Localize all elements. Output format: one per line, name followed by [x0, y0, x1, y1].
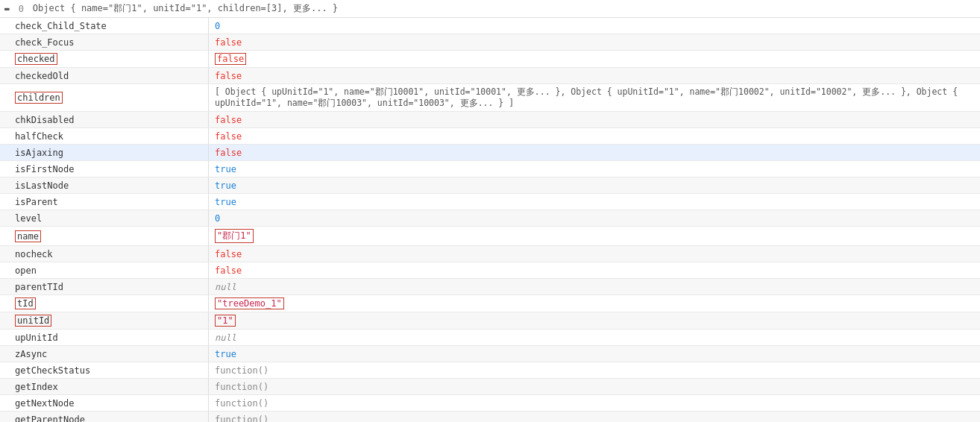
rows-container: check_Child_State0check_Focusfalsechecke… — [0, 18, 980, 422]
property-value: function() — [209, 412, 980, 422]
property-value: function() — [209, 395, 980, 411]
property-value: true — [209, 161, 980, 177]
property-value: null — [209, 279, 980, 295]
plain-value: true — [215, 164, 236, 174]
table-row: unitId"1" — [0, 312, 980, 330]
table-row: checkedfalse — [0, 51, 980, 68]
property-value: false — [209, 68, 980, 84]
property-key: parentTId — [0, 279, 209, 295]
outlined-key: tId — [15, 297, 36, 309]
property-value: false — [209, 112, 980, 127]
property-value: "treeDemo_1" — [209, 295, 980, 312]
property-key: name — [0, 227, 209, 245]
property-value: false — [209, 262, 980, 278]
property-key: upUnitId — [0, 330, 209, 345]
plain-value: true — [215, 349, 236, 359]
table-row: children[ Object { upUnitId="1", name="郡… — [0, 84, 980, 112]
property-value: [ Object { upUnitId="1", name="郡门10001",… — [209, 84, 980, 111]
outlined-key: name — [15, 230, 41, 242]
property-value: 0 — [209, 18, 980, 34]
header-row: ▬ 0 Object { name="郡门1", unitId="1", chi… — [0, 0, 980, 18]
property-key: isLastNode — [0, 177, 209, 193]
property-key: tId — [0, 295, 209, 312]
plain-value: true — [215, 197, 236, 207]
outlined-value: "郡门1" — [217, 230, 251, 242]
table-row: upUnitIdnull — [0, 330, 980, 346]
plain-value: false — [215, 71, 242, 81]
property-value: "1" — [209, 312, 980, 329]
tree-inspector: ▬ 0 Object { name="郡门1", unitId="1", chi… — [0, 0, 980, 422]
property-key: getParentNode — [0, 412, 209, 422]
property-value: function() — [209, 362, 980, 378]
plain-value: 0 — [215, 213, 220, 224]
plain-value: function() — [215, 365, 268, 376]
property-value: 0 — [209, 210, 980, 226]
table-row: getNextNodefunction() — [0, 395, 980, 412]
table-row: check_Focusfalse — [0, 34, 980, 51]
property-key: unitId — [0, 312, 209, 329]
plain-value: function() — [215, 415, 268, 423]
table-row: isFirstNodetrue — [0, 161, 980, 177]
plain-value: false — [215, 37, 242, 48]
table-row: name"郡门1" — [0, 227, 980, 246]
outlined-value: false — [217, 54, 244, 64]
table-row: isParenttrue — [0, 194, 980, 210]
table-row: zAsynctrue — [0, 346, 980, 362]
plain-value: null — [215, 282, 236, 292]
property-key: open — [0, 262, 209, 278]
property-key: checkedOld — [0, 68, 209, 84]
property-value: true — [209, 346, 980, 362]
property-value: true — [209, 194, 980, 210]
table-row: nocheckfalse — [0, 246, 980, 262]
property-key: zAsync — [0, 346, 209, 362]
property-key: children — [0, 84, 209, 111]
table-row: checkedOldfalse — [0, 68, 980, 84]
property-value: false — [209, 51, 980, 67]
property-value: "郡门1" — [209, 227, 980, 245]
table-row: tId"treeDemo_1" — [0, 295, 980, 312]
property-key: getIndex — [0, 379, 209, 394]
table-row: getIndexfunction() — [0, 379, 980, 395]
toggle-icon[interactable]: ▬ — [4, 4, 10, 13]
table-row: getParentNodefunction() — [0, 412, 980, 422]
object-preview: Object { name="郡门1", unitId="1", childre… — [33, 2, 338, 15]
table-row: halfCheckfalse — [0, 128, 980, 145]
table-row: level0 — [0, 210, 980, 227]
plain-value: false — [215, 148, 242, 158]
property-key: chkDisabled — [0, 112, 209, 127]
property-key: checked — [0, 51, 209, 67]
table-row: isLastNodetrue — [0, 177, 980, 194]
property-value: false — [209, 128, 980, 144]
property-key: check_Focus — [0, 34, 209, 50]
property-value: false — [209, 145, 980, 160]
property-key: isAjaxing — [0, 145, 209, 160]
property-key: getCheckStatus — [0, 362, 209, 378]
index-number: 0 — [19, 4, 24, 14]
table-row: parentTIdnull — [0, 279, 980, 295]
property-key: halfCheck — [0, 128, 209, 144]
property-key: getNextNode — [0, 395, 209, 411]
outlined-key: unitId — [15, 315, 51, 327]
plain-value: false — [215, 249, 242, 259]
outlined-value: "1" — [217, 315, 233, 326]
outlined-value: "treeDemo_1" — [217, 298, 282, 309]
property-value: null — [209, 330, 980, 345]
plain-value: true — [215, 180, 236, 191]
property-key: isParent — [0, 194, 209, 210]
outlined-key: children — [15, 92, 63, 104]
property-value: false — [209, 34, 980, 50]
property-value: false — [209, 246, 980, 262]
outlined-key: checked — [15, 53, 57, 65]
table-row: isAjaxingfalse — [0, 145, 980, 161]
plain-value: false — [215, 265, 242, 276]
property-value: function() — [209, 379, 980, 394]
plain-value: false — [215, 131, 242, 142]
table-row: check_Child_State0 — [0, 18, 980, 34]
property-value: true — [209, 177, 980, 193]
property-key: isFirstNode — [0, 161, 209, 177]
plain-value: function() — [215, 398, 268, 409]
plain-value: false — [215, 115, 242, 125]
property-key: level — [0, 210, 209, 226]
table-row: openfalse — [0, 262, 980, 279]
property-key: nocheck — [0, 246, 209, 262]
